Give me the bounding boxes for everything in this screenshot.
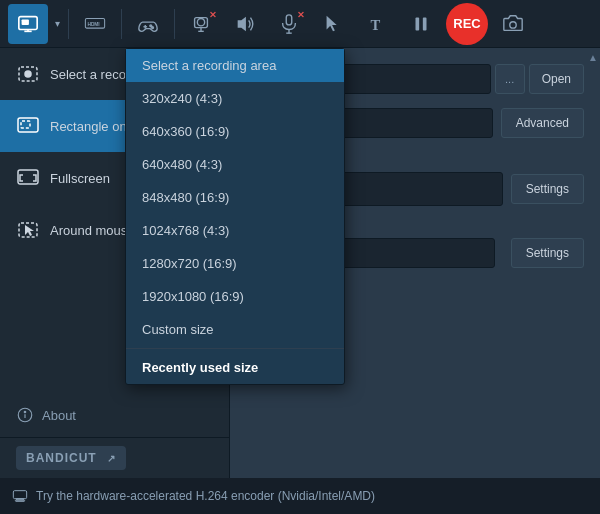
hdmi-button[interactable]: HDMI — [75, 4, 115, 44]
screenshot-button[interactable] — [493, 4, 533, 44]
dropdown-menu: Select a recording area 320x240 (4:3) 64… — [125, 48, 345, 385]
bandicut-logo-text: BANDICUT ↗ — [16, 446, 126, 470]
svg-rect-19 — [416, 17, 420, 30]
rec-label: REC — [453, 16, 480, 31]
autocomp-settings-button[interactable]: Settings — [511, 238, 584, 268]
svg-rect-33 — [15, 500, 24, 501]
sidebar-item-around-mouse-label: Around mouse — [50, 223, 135, 238]
gamepad-button[interactable] — [128, 4, 168, 44]
mic-x-badge: ✕ — [297, 10, 305, 20]
status-icon — [12, 488, 28, 504]
scroll-indicator: ▲ — [588, 52, 596, 64]
dropdown-item-select-area[interactable]: Select a recording area — [126, 49, 344, 82]
dropdown-item-640x480[interactable]: 640x480 (4:3) — [126, 148, 344, 181]
status-bar: Try the hardware-accelerated H.264 encod… — [0, 478, 600, 514]
audio-button[interactable] — [225, 4, 265, 44]
dropdown-divider — [126, 348, 344, 349]
bandicut-logo[interactable]: BANDICUT ↗ — [0, 437, 229, 478]
scheduled-settings-button[interactable]: Settings — [511, 174, 584, 204]
file-dots-button[interactable]: ... — [495, 64, 525, 94]
rec-button[interactable]: REC — [446, 3, 488, 45]
screen-capture-button[interactable] — [8, 4, 48, 44]
toolbar: ▾ HDMI ✕ — [0, 0, 600, 48]
svg-text:HDMI: HDMI — [87, 22, 100, 27]
svg-point-10 — [197, 18, 204, 25]
svg-rect-31 — [13, 491, 26, 499]
cursor-button[interactable] — [313, 4, 353, 44]
sidebar-about-label: About — [42, 408, 76, 423]
svg-point-8 — [150, 24, 152, 26]
svg-rect-3 — [22, 19, 29, 25]
mic-button[interactable]: ✕ — [269, 4, 309, 44]
dropdown-item-1024x768[interactable]: 1024x768 (4:3) — [126, 214, 344, 247]
svg-text:T: T — [371, 16, 381, 32]
webcam-button[interactable]: ✕ — [181, 4, 221, 44]
file-open-button[interactable]: Open — [529, 64, 584, 94]
sidebar-item-fullscreen-label: Fullscreen — [50, 171, 110, 186]
svg-point-21 — [510, 21, 516, 27]
dropdown-item-320x240[interactable]: 320x240 (4:3) — [126, 82, 344, 115]
svg-rect-25 — [21, 121, 30, 128]
pause-button[interactable] — [401, 4, 441, 44]
dropdown-item-640x360[interactable]: 640x360 (16:9) — [126, 115, 344, 148]
svg-marker-14 — [238, 16, 246, 31]
dropdown-item-1280x720[interactable]: 1280x720 (16:9) — [126, 247, 344, 280]
dropdown-item-848x480[interactable]: 848x480 (16:9) — [126, 181, 344, 214]
svg-point-9 — [152, 26, 154, 28]
screen-capture-dropdown-arrow[interactable]: ▾ — [50, 4, 64, 44]
separator-3 — [174, 9, 175, 39]
sidebar-about[interactable]: About — [0, 393, 229, 437]
text-button[interactable]: T — [357, 4, 397, 44]
webcam-x-badge: ✕ — [209, 10, 217, 20]
dropdown-item-recently[interactable]: Recently used size — [126, 351, 344, 384]
svg-rect-15 — [286, 14, 292, 24]
status-message: Try the hardware-accelerated H.264 encod… — [36, 489, 375, 503]
svg-rect-26 — [18, 170, 38, 184]
dropdown-item-custom[interactable]: Custom size — [126, 313, 344, 346]
dropdown-item-1920x1080[interactable]: 1920x1080 (16:9) — [126, 280, 344, 313]
separator-1 — [68, 9, 69, 39]
svg-rect-20 — [423, 17, 427, 30]
separator-2 — [121, 9, 122, 39]
svg-point-30 — [24, 411, 26, 413]
advanced-button[interactable]: Advanced — [501, 108, 584, 138]
svg-point-23 — [25, 71, 31, 77]
